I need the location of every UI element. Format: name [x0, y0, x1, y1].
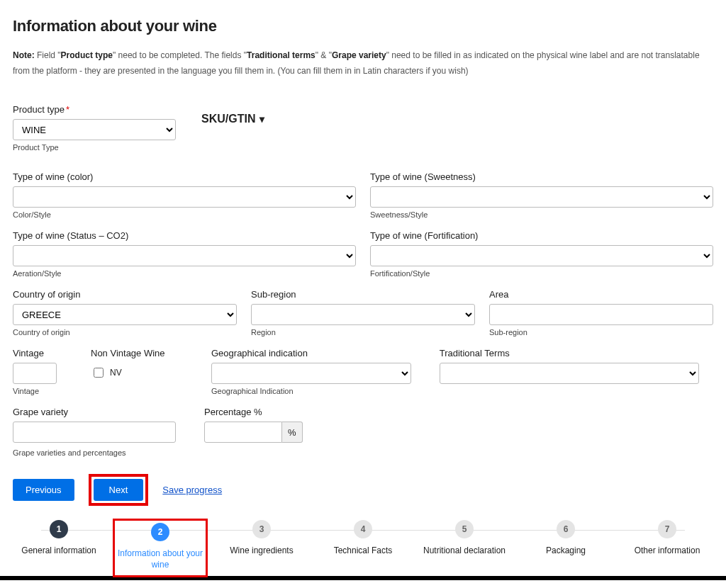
nv-checkbox-label: NV: [110, 368, 122, 378]
grape-variety-input[interactable]: [13, 422, 176, 443]
step-circle: 7: [658, 520, 676, 538]
step-circle: 2: [151, 523, 169, 541]
wine-fortification-select[interactable]: [370, 245, 713, 266]
area-label: Area: [489, 289, 713, 300]
step-label: Packaging: [546, 545, 586, 557]
step-circle: 3: [252, 520, 271, 538]
vintage-input[interactable]: [13, 363, 57, 384]
sku-gtin-toggle[interactable]: SKU/GTIN ▾: [201, 113, 264, 125]
geo-indication-select[interactable]: [211, 363, 411, 384]
step-label: Other information: [635, 545, 700, 557]
step-label: Information about your wine: [114, 548, 206, 570]
wine-sweetness-select[interactable]: [370, 186, 713, 208]
wine-color-select[interactable]: [13, 186, 356, 208]
wine-status-helper: Aeration/Style: [13, 269, 356, 278]
subregion-helper: Region: [251, 328, 475, 337]
step-6[interactable]: 6Packaging: [520, 520, 612, 576]
step-label: Wine ingredients: [230, 545, 293, 557]
country-label: Country of origin: [13, 289, 237, 300]
step-circle: 5: [455, 520, 474, 538]
step-label: Nutritional declaration: [423, 545, 506, 557]
country-select[interactable]: GREECE: [13, 304, 237, 325]
wine-color-label: Type of wine (color): [13, 171, 356, 182]
wine-sweetness-helper: Sweetness/Style: [370, 210, 713, 219]
wine-fortification-helper: Fortification/Style: [370, 269, 713, 278]
nv-group-label: Non Vintage Wine: [91, 348, 183, 358]
step-circle: 4: [354, 520, 372, 538]
grape-variety-label: Grape variety: [13, 407, 176, 417]
save-progress-link[interactable]: Save progress: [162, 485, 222, 495]
step-4[interactable]: 4Technical Facts: [317, 520, 409, 576]
area-helper: Sub-region: [489, 328, 713, 337]
percentage-suffix: %: [282, 422, 303, 443]
subregion-label: Sub-region: [251, 289, 475, 300]
vintage-helper: Vintage: [13, 387, 62, 395]
note-text: Note: Field "Product type" need to be co…: [13, 48, 713, 79]
page-title: Information about your wine: [13, 17, 713, 35]
product-type-select[interactable]: WINE: [13, 119, 176, 140]
wine-fortification-label: Type of wine (Fortification): [370, 230, 713, 241]
next-button-highlight: Next: [89, 474, 149, 506]
wine-status-select[interactable]: [13, 245, 356, 266]
step-7[interactable]: 7Other information: [621, 520, 713, 576]
geo-indication-label: Geographical indication: [211, 348, 411, 358]
step-circle: 1: [50, 520, 68, 538]
previous-button[interactable]: Previous: [13, 479, 74, 501]
geo-indication-helper: Geographical Indication: [211, 387, 411, 395]
next-button[interactable]: Next: [94, 479, 144, 501]
wizard-stepper: 1General information2Information about y…: [13, 520, 713, 576]
percentage-label: Percentage %: [204, 407, 318, 417]
area-input[interactable]: [489, 304, 713, 325]
vintage-label: Vintage: [13, 348, 62, 358]
traditional-terms-select[interactable]: [440, 363, 699, 384]
traditional-terms-label: Traditional Terms: [440, 348, 699, 358]
wine-status-label: Type of wine (Status – CO2): [13, 230, 356, 241]
step-label: Technical Facts: [334, 545, 393, 557]
subregion-select[interactable]: [251, 304, 475, 325]
country-helper: Country of origin: [13, 328, 237, 337]
step-2[interactable]: 2Information about your wine: [114, 520, 206, 576]
step-5[interactable]: 5Nutritional declaration: [418, 520, 510, 576]
bottom-bar: [0, 576, 726, 580]
nv-checkbox[interactable]: [94, 368, 104, 378]
step-circle: 6: [557, 520, 575, 538]
step-1[interactable]: 1General information: [13, 520, 105, 576]
wine-sweetness-label: Type of wine (Sweetness): [370, 171, 713, 182]
product-type-helper: Product Type: [13, 143, 176, 152]
product-type-label: Product type*: [13, 104, 176, 115]
step-label: General information: [21, 545, 96, 557]
grape-helper: Grape varieties and percentages: [13, 448, 713, 457]
step-3[interactable]: 3Wine ingredients: [216, 520, 308, 576]
chevron-down-icon: ▾: [259, 113, 264, 125]
wine-color-helper: Color/Style: [13, 210, 356, 219]
percentage-input[interactable]: [204, 422, 282, 443]
